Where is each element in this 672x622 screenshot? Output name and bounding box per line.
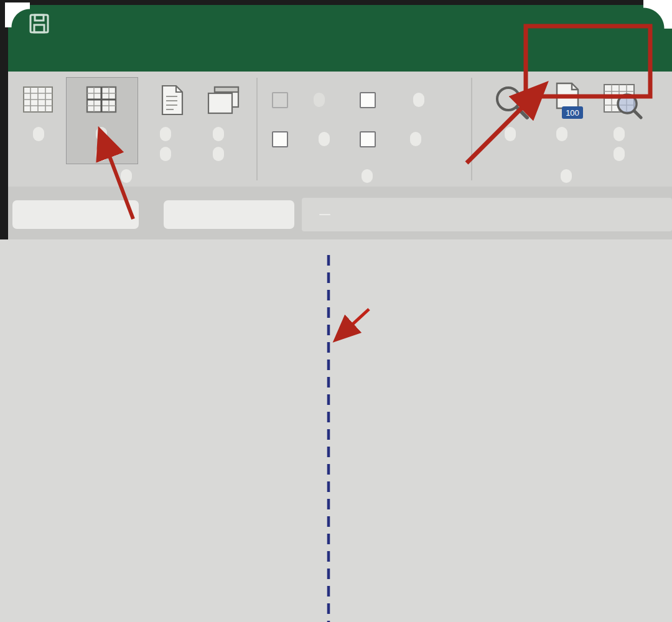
zoom-to-selection-label[interactable]: [614, 127, 625, 141]
excel-window: 100: [0, 0, 672, 622]
formula-bar-row: [8, 187, 672, 239]
zoom-100-icon[interactable]: 100: [548, 81, 587, 123]
title-bar: [8, 5, 672, 72]
show-group-label: [362, 169, 373, 183]
zoom-to-selection-label-2[interactable]: [614, 147, 625, 161]
workbook-views-group-label: [121, 169, 132, 183]
custom-views-label-2[interactable]: [213, 147, 224, 161]
ruler-checkbox[interactable]: [272, 92, 288, 108]
zoom-button-label[interactable]: [505, 127, 516, 141]
page-layout-view-icon[interactable]: [157, 84, 186, 116]
page-break-preview-label[interactable]: [96, 127, 107, 141]
normal-view-label[interactable]: [33, 127, 44, 141]
custom-views-label[interactable]: [213, 127, 224, 141]
formula-bar-label[interactable]: [413, 93, 424, 107]
formula-bar-checkbox[interactable]: [360, 92, 376, 108]
page-layout-view-label[interactable]: [160, 127, 171, 141]
group-divider-2: [471, 78, 472, 180]
zoom-to-selection-icon[interactable]: [602, 83, 646, 123]
zoom-icon[interactable]: [492, 83, 532, 123]
page-break-preview-label-2[interactable]: [96, 147, 107, 161]
zoom-group-label: [561, 169, 572, 183]
gridlines-label[interactable]: [319, 132, 330, 146]
gridlines-checkbox[interactable]: [272, 131, 288, 147]
ribbon: 100: [8, 72, 672, 187]
sheet-area: [0, 239, 672, 622]
corner-decoration: [5, 2, 30, 27]
corner-decoration-2: [643, 0, 672, 29]
headings-label[interactable]: [410, 132, 421, 146]
formula-value: [319, 214, 330, 215]
ruler-label[interactable]: [314, 93, 325, 107]
custom-views-icon[interactable]: [206, 85, 242, 116]
headings-checkbox[interactable]: [360, 131, 376, 147]
formula-buttons: [164, 200, 294, 229]
name-box[interactable]: [12, 200, 139, 229]
page-break-preview-icon[interactable]: [85, 85, 118, 115]
save-icon[interactable]: [28, 12, 50, 35]
zoom-100-label[interactable]: [556, 127, 567, 141]
formula-input[interactable]: [302, 198, 672, 231]
page-layout-view-label-2[interactable]: [160, 147, 171, 161]
normal-view-icon[interactable]: [22, 85, 54, 115]
svg-text:100: 100: [566, 108, 579, 118]
group-divider: [256, 78, 258, 180]
